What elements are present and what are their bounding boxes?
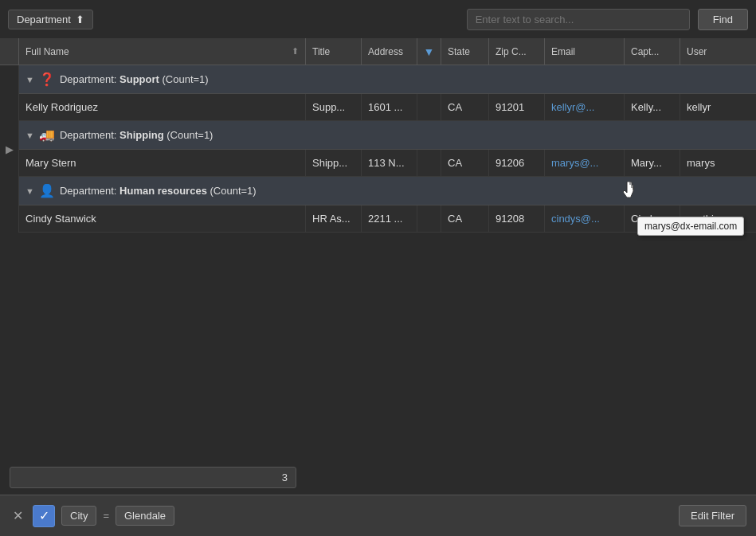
count-input[interactable] <box>10 467 296 488</box>
sort-icon: ⬆ <box>292 46 299 57</box>
find-button[interactable]: Find <box>698 9 748 30</box>
filter-equals-label: = <box>103 510 109 522</box>
group-label-support: Department: Support (Count=1) <box>60 73 209 85</box>
col-email-label: Email <box>551 46 575 57</box>
email-link-kelly[interactable]: kellyr@... <box>551 101 594 113</box>
td-capt-kelly: Kelly... <box>625 94 680 120</box>
chevron-support: ▼ <box>25 75 34 84</box>
td-address-mary: 113 N... <box>362 150 417 176</box>
group-row-support[interactable]: ▼ ❓ Department: Support (Count=1) <box>19 65 756 94</box>
col-header-capt[interactable]: Capt... <box>625 38 680 65</box>
table-row: Kelly Rodriguez Supp... 1601 ... CA 9120… <box>19 94 756 121</box>
group-by-label: Department <box>17 14 71 25</box>
table-row: Mary Stern Shipp... 113 N... CA 91206 ma… <box>19 150 756 177</box>
expand-sidebar[interactable]: ▶ <box>0 65 19 233</box>
col-address-label: Address <box>368 46 403 57</box>
filter-value-label: Glendale <box>116 506 174 526</box>
td-user-kelly: kellyr <box>680 94 756 120</box>
col-zip-label: Zip C... <box>496 46 527 57</box>
count-bar <box>0 460 756 495</box>
td-name-cindy: Cindy Stanwick <box>19 205 306 232</box>
table-container: Full Name ⬆ Title Address ▼ State Zip C.… <box>0 38 756 233</box>
td-state-mary: CA <box>441 150 489 176</box>
td-zip-kelly: 91201 <box>489 94 545 120</box>
td-dots-kelly <box>417 94 441 120</box>
dept-icon-shipping: 🚚 <box>39 127 55 143</box>
col-header-zip[interactable]: Zip C... <box>489 38 545 65</box>
col-header-name[interactable]: Full Name ⬆ <box>19 38 306 65</box>
table-header: Full Name ⬆ Title Address ▼ State Zip C.… <box>19 38 756 65</box>
group-label-hr: Department: Human resources (Count=1) <box>60 185 257 197</box>
col-user-label: User <box>687 46 707 57</box>
td-dots-mary <box>417 150 441 176</box>
col-name-label: Full Name <box>25 46 69 57</box>
filter-icon: ▼ <box>424 45 435 58</box>
email-link-cindy[interactable]: cindys@... <box>551 213 600 225</box>
col-header-state[interactable]: State <box>441 38 489 65</box>
td-dots-cindy <box>417 205 441 232</box>
rows-section: ▶ ▼ ❓ Department: Support (Count=1) Kell… <box>0 65 756 233</box>
dept-icon-hr: 👤 <box>39 183 55 198</box>
col-title-label: Title <box>312 46 330 57</box>
top-bar: Department ⬆ Find <box>0 0 756 38</box>
email-link-mary[interactable]: marys@... <box>551 157 598 169</box>
col-header-email[interactable]: Email <box>545 38 625 65</box>
group-by-button[interactable]: Department ⬆ <box>8 10 93 29</box>
td-state-kelly: CA <box>441 94 489 120</box>
group-row-hr[interactable]: ▼ 👤 Department: Human resources (Count=1… <box>19 177 756 205</box>
col-header-title[interactable]: Title <box>306 38 362 65</box>
td-address-cindy: 2211 ... <box>362 205 417 232</box>
td-title-cindy: HR As... <box>306 205 362 232</box>
col-header-address[interactable]: Address <box>362 38 417 65</box>
td-email-cindy[interactable]: cindys@... <box>545 205 625 232</box>
td-zip-mary: 91206 <box>489 150 545 176</box>
search-input[interactable] <box>467 9 690 30</box>
td-zip-cindy: 91208 <box>489 205 545 232</box>
col-state-label: State <box>448 46 470 57</box>
filter-field-label: City <box>61 506 96 526</box>
group-row-shipping[interactable]: ▼ 🚚 Department: Shipping (Count=1) <box>19 121 756 150</box>
group-label-shipping: Department: Shipping (Count=1) <box>60 129 213 141</box>
td-title-kelly: Supp... <box>306 94 362 120</box>
rows-content: ▼ ❓ Department: Support (Count=1) Kelly … <box>19 65 756 233</box>
td-user-mary: marys <box>680 150 756 176</box>
td-email-mary[interactable]: marys@... <box>545 150 625 176</box>
close-filter-button[interactable]: ✕ <box>10 507 26 525</box>
sort-asc-icon: ⬆ <box>76 14 84 25</box>
table-header-row: Full Name ⬆ Title Address ▼ State Zip C.… <box>0 38 756 65</box>
chevron-shipping: ▼ <box>25 131 34 140</box>
td-address-kelly: 1601 ... <box>362 94 417 120</box>
dept-icon-support: ❓ <box>39 72 55 87</box>
td-name-mary: Mary Stern <box>19 150 306 176</box>
col-header-user[interactable]: User <box>680 38 756 65</box>
edit-filter-button[interactable]: Edit Filter <box>679 505 746 526</box>
td-capt-mary: Mary... <box>625 150 680 176</box>
email-tooltip: marys@dx-email.com <box>637 217 744 236</box>
td-name-kelly: Kelly Rodriguez <box>19 94 306 120</box>
col-capt-label: Capt... <box>631 46 659 57</box>
td-title-mary: Shipp... <box>306 150 362 176</box>
td-state-cindy: CA <box>441 205 489 232</box>
filter-bar: ✕ ✓ City = Glendale Edit Filter <box>0 495 756 536</box>
confirm-filter-button[interactable]: ✓ <box>33 505 55 527</box>
bottom-section: ✕ ✓ City = Glendale Edit Filter <box>0 460 756 536</box>
td-email-kelly[interactable]: kellyr@... <box>545 94 625 120</box>
expand-arrow: ▶ <box>6 143 14 155</box>
col-header-filter[interactable]: ▼ <box>417 38 441 65</box>
chevron-hr: ▼ <box>25 186 34 196</box>
